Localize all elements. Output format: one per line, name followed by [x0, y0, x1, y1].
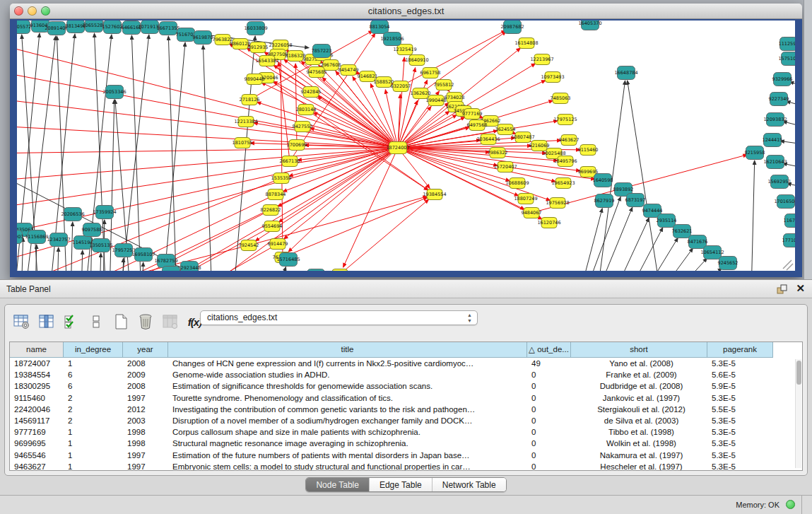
column-header[interactable]: title: [168, 342, 527, 358]
table-cell[interactable]: Nakamura et al. (1997): [571, 450, 707, 461]
graph-node[interactable]: 9115460: [578, 145, 599, 156]
graph-node[interactable]: 16648784: [614, 66, 637, 80]
table-cell[interactable]: 1: [64, 450, 123, 461]
table-cell[interactable]: 5.3E-5: [707, 415, 773, 426]
graph-node[interactable]: 9463627: [559, 135, 579, 146]
table-cell[interactable]: 5.3E-5: [707, 426, 773, 438]
graph-node[interactable]: 16405370: [578, 21, 601, 30]
graph-node[interactable]: 9890448: [245, 74, 265, 85]
graph-node[interactable]: 15692951: [767, 175, 791, 189]
table-cell[interactable]: 0: [527, 404, 571, 415]
graph-node[interactable]: 3624554: [495, 124, 516, 135]
memory-ok-indicator-icon[interactable]: [786, 500, 795, 509]
graph-node[interactable]: 1625101: [306, 269, 326, 271]
table-cell[interactable]: 0: [527, 380, 571, 392]
graph-node[interactable]: 2803144: [296, 105, 317, 115]
graph-node[interactable]: 1535359: [271, 173, 292, 184]
graph-node[interactable]: 8813054: [370, 21, 390, 34]
graph-node[interactable]: 17016504: [774, 195, 795, 209]
table-cell[interactable]: 9699695: [10, 438, 64, 449]
table-cell[interactable]: 1997: [123, 450, 168, 461]
graph-node[interactable]: 18724007: [386, 142, 409, 154]
table-cell[interactable]: 6: [64, 369, 123, 380]
graph-node[interactable]: 16033809: [244, 22, 267, 35]
table-cell[interactable]: 49: [527, 358, 571, 369]
column-header[interactable]: year: [123, 342, 168, 358]
table-cell[interactable]: Yano et al. (2008): [571, 358, 707, 369]
graph-node[interactable]: 7955812: [434, 80, 454, 90]
tab-edge-table[interactable]: Edge Table: [370, 478, 433, 491]
table-cell[interactable]: 0: [527, 426, 571, 438]
graph-node[interactable]: 17359924: [93, 206, 116, 219]
table-cell[interactable]: 9465546: [10, 450, 64, 461]
table-cell[interactable]: Tourette syndrome. Phenomenology and cla…: [168, 392, 527, 404]
graph-node[interactable]: 9777169: [462, 109, 483, 119]
table-cell[interactable]: 9777169: [10, 426, 64, 438]
table-cell[interactable]: 1: [64, 438, 123, 449]
column-header[interactable]: short: [571, 342, 707, 358]
graph-node[interactable]: 1700699: [287, 140, 307, 151]
table-cell[interactable]: 9463627: [10, 461, 64, 471]
graph-node[interactable]: 12213384: [234, 117, 257, 127]
graph-node[interactable]: 8427552: [293, 122, 313, 132]
graph-node[interactable]: 1244415: [763, 134, 783, 147]
table-cell[interactable]: 0: [527, 369, 571, 380]
graph-node[interactable]: 6873197: [625, 194, 646, 207]
graph-node[interactable]: 12213967: [530, 54, 553, 65]
table-cell[interactable]: 2008: [123, 358, 168, 369]
window-titlebar[interactable]: citations_edges.txt: [10, 4, 802, 19]
table-cell[interactable]: de Silva et al. (2003): [571, 415, 707, 426]
table-cell[interactable]: 18724007: [10, 358, 64, 369]
graph-node[interactable]: 9245652: [718, 257, 739, 270]
graph-node[interactable]: 15716485: [276, 253, 300, 267]
table-cell[interactable]: 0: [527, 461, 571, 471]
table-cell[interactable]: 5.3E-5: [707, 461, 773, 471]
graph-node[interactable]: 19218506: [380, 33, 404, 46]
network-canvas[interactable]: 1872400779638228860128891293523226058982…: [17, 21, 795, 271]
graph-node[interactable]: 9619870: [193, 31, 213, 45]
graph-node[interactable]: 2718126: [240, 95, 260, 105]
graph-node[interactable]: 6497568: [467, 120, 488, 131]
table-row[interactable]: 946362711997Embryonic stem cells: a mode…: [10, 461, 802, 471]
column-header[interactable]: in_degree: [64, 342, 123, 358]
graph-node[interactable]: 19654923: [551, 178, 575, 189]
graph-node[interactable]: 7590259: [161, 267, 182, 271]
graph-node[interactable]: 10688609: [505, 178, 529, 189]
graph-node[interactable]: 2935114: [657, 214, 677, 228]
graph-node[interactable]: 8878344: [266, 189, 286, 200]
show-columns-icon[interactable]: [37, 312, 56, 332]
table-cell[interactable]: Stergiakouli et al. (2012): [571, 404, 707, 415]
graph-node[interactable]: 6322057: [391, 81, 411, 92]
graph-node[interactable]: 8454749: [339, 65, 359, 76]
graph-node[interactable]: 16958107: [131, 248, 155, 262]
graph-node[interactable]: 8912935: [248, 42, 269, 53]
graph-node[interactable]: 20987682: [500, 21, 524, 34]
table-cell[interactable]: 5.5E-5: [707, 404, 773, 415]
table-settings-icon[interactable]: [12, 312, 31, 332]
table-cell[interactable]: 2: [64, 415, 123, 426]
graph-node[interactable]: 12923448: [177, 262, 201, 271]
graph-node[interactable]: 7986322: [488, 148, 508, 158]
graph-node[interactable]: 2405572: [17, 21, 31, 34]
table-cell[interactable]: Dudbridge et al. (2008): [571, 380, 707, 392]
table-cell[interactable]: 5.6E-5: [707, 369, 773, 380]
table-cell[interactable]: Corpus callosum shape and size in male p…: [168, 426, 527, 438]
graph-node[interactable]: 9245012: [330, 269, 351, 271]
graph-node[interactable]: 13505135: [89, 239, 112, 252]
graph-node[interactable]: 12093832: [763, 113, 787, 127]
delete-table-icon[interactable]: [136, 312, 155, 332]
graph-node[interactable]: 9475685: [307, 67, 327, 78]
graph-node[interactable]: 8215958: [745, 146, 765, 160]
graph-node[interactable]: 8627919: [594, 194, 615, 208]
table-cell[interactable]: 1998: [123, 426, 168, 438]
graph-node[interactable]: 20206536: [61, 208, 84, 221]
graph-node[interactable]: 19756928: [546, 198, 569, 209]
table-cell[interactable]: 5.3E-5: [707, 450, 773, 461]
table-cell[interactable]: 2003: [123, 415, 168, 426]
column-header[interactable]: pagerank: [707, 342, 773, 358]
graph-node[interactable]: 1810755: [233, 138, 253, 148]
graph-node[interactable]: 1167533: [784, 214, 795, 228]
resize-grip-icon[interactable]: [783, 260, 793, 270]
table-cell[interactable]: Genome-wide association studies in ADHD.: [168, 369, 527, 380]
graph-node[interactable]: 1640598: [593, 174, 613, 187]
